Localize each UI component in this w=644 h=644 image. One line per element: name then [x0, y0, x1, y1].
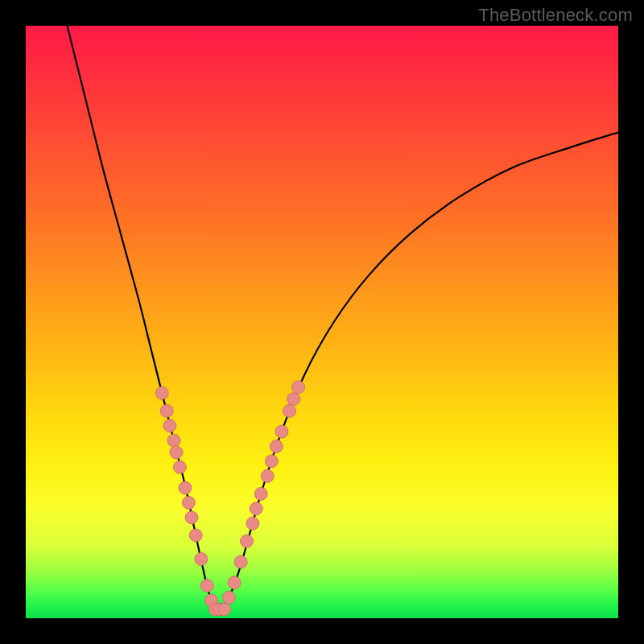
curve-marker: [189, 529, 202, 542]
curve-markers: [155, 381, 304, 616]
curve-marker: [200, 580, 213, 592]
curve-marker: [160, 404, 173, 417]
curve-marker: [155, 386, 168, 399]
plot-area: [26, 26, 618, 618]
curve-marker: [283, 404, 296, 417]
bottleneck-curve: [68, 26, 618, 611]
curve-marker: [182, 496, 195, 509]
curve-marker: [195, 552, 208, 565]
chart-svg: [26, 26, 618, 618]
curve-marker: [265, 455, 278, 468]
curve-marker: [241, 535, 254, 547]
curve-marker: [167, 434, 180, 447]
curve-marker: [218, 603, 231, 616]
curve-marker: [228, 576, 241, 589]
curve-marker: [185, 511, 198, 524]
curve-marker: [222, 591, 235, 604]
curve-marker: [254, 487, 267, 500]
curve-marker: [173, 460, 186, 473]
curve-marker: [234, 555, 247, 568]
curve-marker: [170, 446, 183, 459]
chart-frame: TheBottleneck.com: [0, 0, 644, 644]
curve-marker: [250, 502, 262, 515]
watermark-text: TheBottleneck.com: [478, 5, 633, 26]
curve-marker: [287, 393, 300, 406]
curve-marker: [292, 381, 305, 394]
curve-marker: [246, 517, 259, 530]
curve-marker: [275, 425, 288, 438]
curve-marker: [270, 440, 283, 453]
curve-marker: [163, 419, 176, 432]
curve-marker: [179, 481, 192, 494]
curve-marker: [261, 469, 274, 482]
